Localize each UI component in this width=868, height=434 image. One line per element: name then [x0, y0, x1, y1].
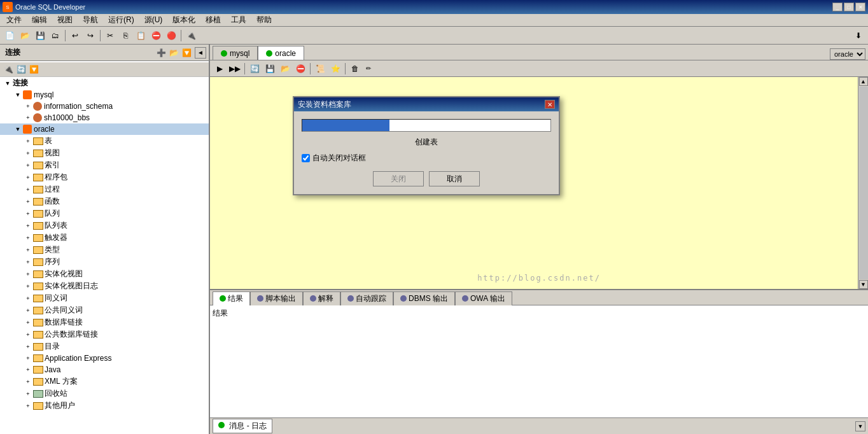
tab-results[interactable]: 结果: [213, 291, 250, 305]
favorite-btn[interactable]: ⭐: [328, 62, 342, 76]
tree-oracle-view[interactable]: + 视图: [0, 147, 209, 159]
toolbar-save2[interactable]: 🗂: [48, 29, 62, 43]
history-btn[interactable]: 📜: [313, 62, 327, 76]
apex-expand[interactable]: +: [23, 353, 33, 363]
tree-oracle-matview[interactable]: + 实体化视图: [0, 268, 209, 280]
menu-file[interactable]: 文件: [1, 13, 27, 27]
tree-oracle-synonym[interactable]: + 同义词: [0, 292, 209, 304]
tree-oracle-table[interactable]: + 表: [0, 135, 209, 147]
toolbar-paste[interactable]: 📋: [134, 29, 148, 43]
tree-oracle-matviewlog[interactable]: + 实体化视图日志: [0, 280, 209, 292]
tree-oracle[interactable]: ▼ oracle: [0, 123, 209, 135]
toolbar-stop1[interactable]: ⛔: [149, 29, 163, 43]
xmlschema-expand[interactable]: +: [23, 377, 33, 387]
tree-new-conn[interactable]: 🔌: [3, 64, 14, 75]
tab-explain[interactable]: 解释: [303, 291, 340, 305]
log-panel-collapse[interactable]: ▼: [855, 421, 865, 431]
menu-tools[interactable]: 工具: [226, 13, 251, 27]
tree-oracle-recycle[interactable]: + 回收站: [0, 388, 209, 400]
trigger-expand[interactable]: +: [23, 233, 33, 243]
oracle-expand[interactable]: ▼: [13, 124, 23, 134]
run-script-btn[interactable]: ▶▶: [228, 62, 242, 76]
maximize-button[interactable]: □: [844, 3, 854, 11]
tree-oracle-otherusers[interactable]: + 其他用户: [0, 400, 209, 412]
proc-expand[interactable]: +: [23, 185, 33, 195]
auto-close-checkbox[interactable]: [302, 154, 310, 162]
menu-view[interactable]: 视图: [52, 13, 78, 27]
synonym-expand[interactable]: +: [23, 293, 33, 304]
editor-vscrollbar[interactable]: ▲ ▼: [858, 77, 868, 289]
seq-expand[interactable]: +: [23, 257, 33, 267]
scroll-down-btn[interactable]: ▼: [859, 280, 868, 289]
sql-editor-area[interactable]: http://blog.csdn.net/ ▲ ▼ 安装资料档案库 ✕ 创建表: [210, 77, 868, 290]
tree-root[interactable]: ▼ 连接: [0, 77, 209, 89]
menu-run[interactable]: 运行(R): [103, 13, 139, 27]
clear-btn[interactable]: 🗑: [348, 62, 362, 76]
tab-mysql[interactable]: mysql: [213, 46, 258, 60]
tree-sh10000-bbs[interactable]: + sh10000_bbs: [0, 112, 209, 123]
root-expand[interactable]: ▼: [3, 78, 13, 88]
info-schema-expand[interactable]: +: [23, 101, 33, 111]
tab-autotrace[interactable]: 自动跟踪: [340, 291, 393, 305]
func-expand[interactable]: +: [23, 197, 33, 207]
toolbar-redo[interactable]: ↪: [83, 29, 97, 43]
toolbar-cut[interactable]: ✂: [103, 29, 117, 43]
tree-oracle-func[interactable]: + 函数: [0, 195, 209, 207]
recycle-expand[interactable]: +: [23, 389, 33, 399]
tree-oracle-dir[interactable]: + 目录: [0, 340, 209, 353]
tab-oracle[interactable]: oracle: [258, 46, 304, 60]
mysql-expand[interactable]: ▼: [13, 90, 23, 100]
save-sql-btn[interactable]: 💾: [263, 62, 277, 76]
menu-navigate[interactable]: 导航: [78, 13, 103, 27]
conn-open-btn[interactable]: 📂: [168, 47, 179, 59]
tree-oracle-trigger[interactable]: + 触发器: [0, 232, 209, 244]
close-window-button[interactable]: ✕: [855, 3, 865, 11]
minimize-button[interactable]: _: [832, 3, 843, 11]
conn-new-btn[interactable]: ➕: [155, 47, 167, 59]
package-expand[interactable]: +: [23, 172, 33, 183]
tree-oracle-seq[interactable]: + 序列: [0, 256, 209, 268]
view-expand[interactable]: +: [23, 148, 33, 158]
queuetable-expand[interactable]: +: [23, 221, 33, 231]
table-expand[interactable]: +: [23, 136, 33, 146]
cancel-sql-btn[interactable]: ⛔: [293, 62, 307, 76]
tree-mysql[interactable]: ▼ mysql: [0, 89, 209, 101]
menu-source[interactable]: 源(U): [139, 13, 168, 27]
index-expand[interactable]: +: [23, 160, 33, 171]
matviewlog-expand[interactable]: +: [23, 281, 33, 291]
tree-oracle-package[interactable]: + 程序包: [0, 171, 209, 183]
dialog-close-x[interactable]: ✕: [545, 100, 555, 109]
tab-dbms[interactable]: DBMS 输出: [393, 291, 455, 305]
bbs-expand[interactable]: +: [23, 113, 33, 123]
tree-information-schema[interactable]: + information_schema: [0, 101, 209, 112]
dblink-expand[interactable]: +: [23, 318, 33, 328]
tree-oracle-xmlschema[interactable]: + XML 方案: [0, 375, 209, 388]
tree-oracle-java[interactable]: + Java: [0, 364, 209, 375]
type-expand[interactable]: +: [23, 245, 33, 255]
scroll-up-btn[interactable]: ▲: [859, 77, 868, 86]
tree-oracle-queuetable[interactable]: + 队列表: [0, 220, 209, 232]
tree-oracle-apex[interactable]: + Application Express: [0, 353, 209, 364]
tree-filter[interactable]: 🔽: [28, 64, 39, 75]
toolbar-undo[interactable]: ↩: [68, 29, 82, 43]
tree-oracle-proc[interactable]: + 过程: [0, 183, 209, 195]
tab-script-output[interactable]: 脚本输出: [250, 291, 303, 305]
dialog-cancel-btn[interactable]: 取消: [429, 171, 480, 186]
tree-oracle-type[interactable]: + 类型: [0, 244, 209, 256]
menu-edit[interactable]: 编辑: [27, 13, 52, 27]
menu-version[interactable]: 版本化: [167, 13, 200, 27]
refresh-btn[interactable]: 🔄: [248, 62, 262, 76]
conn-filter-btn[interactable]: 🔽: [181, 47, 192, 59]
menu-help[interactable]: 帮助: [251, 13, 277, 27]
dialog-close-btn[interactable]: 关闭: [373, 171, 424, 186]
toolbar-copy[interactable]: ⎘: [118, 29, 132, 43]
java-expand[interactable]: +: [23, 365, 33, 375]
run-btn[interactable]: ▶: [213, 62, 227, 76]
pubsynonym-expand[interactable]: +: [23, 305, 33, 316]
otherusers-expand[interactable]: +: [23, 401, 33, 411]
open-sql-btn[interactable]: 📂: [278, 62, 292, 76]
dir-expand[interactable]: +: [23, 342, 33, 352]
conn-panel-close[interactable]: ◄: [195, 47, 206, 59]
toolbar-stop2[interactable]: 🔴: [164, 29, 178, 43]
tree-oracle-pubdblink[interactable]: + 公共数据库链接: [0, 328, 209, 340]
